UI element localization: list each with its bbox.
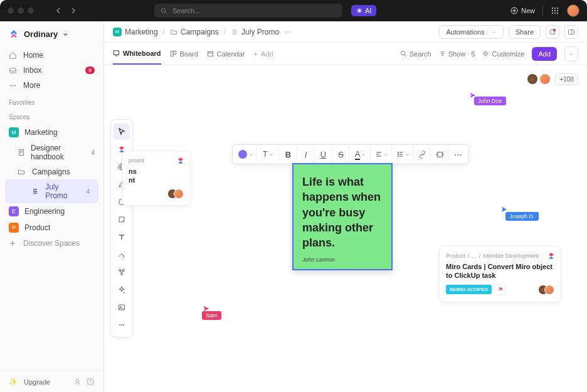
link-button[interactable] xyxy=(415,147,431,162)
search-views[interactable]: Search xyxy=(400,50,431,58)
priority-flag-icon[interactable]: ⚑ xyxy=(495,284,506,295)
assignees[interactable] xyxy=(171,189,184,199)
convert-button[interactable] xyxy=(432,147,448,162)
list-designer-handbook[interactable]: Designer handbook 4 xyxy=(0,140,103,164)
svg-rect-43 xyxy=(438,152,442,156)
folder-campaigns[interactable]: Campaigns xyxy=(0,164,103,179)
spaces-header[interactable]: Spaces xyxy=(0,109,103,123)
maximize-window[interactable] xyxy=(28,8,34,14)
new-button[interactable]: New xyxy=(510,7,535,14)
crumb-marketing[interactable]: M Marketing xyxy=(113,28,158,36)
card-title: nsnt xyxy=(129,167,184,185)
align-button[interactable] xyxy=(372,147,392,162)
svg-point-41 xyxy=(398,154,399,155)
tab-calendar[interactable]: Calendar xyxy=(207,44,245,64)
invite-icon[interactable] xyxy=(73,378,82,386)
add-dropdown[interactable] xyxy=(564,46,578,61)
avatar xyxy=(174,189,184,199)
italic-button[interactable]: I xyxy=(298,147,314,162)
share-button[interactable]: Share xyxy=(509,25,541,39)
collaborator-bar: +108 xyxy=(530,73,578,85)
notification-icon[interactable] xyxy=(546,25,559,39)
font-size[interactable]: T xyxy=(258,147,279,162)
window-controls xyxy=(8,8,34,14)
task-card[interactable]: Product/.../Member Development Miro Card… xyxy=(439,246,561,302)
svg-point-2 xyxy=(358,9,361,12)
space-engineering[interactable]: E Engineering xyxy=(0,203,103,220)
cursor-label-sam: Sam xyxy=(202,311,221,320)
diagram-tool[interactable] xyxy=(114,264,130,280)
crumb-more-icon[interactable]: ⋯ xyxy=(284,28,292,36)
crumb-july-promo[interactable]: July Promo xyxy=(231,28,279,36)
automations-button[interactable]: Automations xyxy=(439,25,503,39)
show-button[interactable]: Show · 5 xyxy=(439,50,475,58)
image-tool[interactable] xyxy=(114,299,130,315)
minimize-window[interactable] xyxy=(18,8,24,14)
select-tool[interactable] xyxy=(114,124,130,140)
more-tools[interactable] xyxy=(114,317,130,333)
tab-board[interactable]: Board xyxy=(170,44,198,64)
list-count: 4 xyxy=(91,149,95,156)
new-label: New xyxy=(521,7,535,14)
chevron-down-icon xyxy=(384,152,388,157)
customize-button[interactable]: Customize xyxy=(482,50,524,58)
list-button[interactable] xyxy=(393,147,413,162)
user-avatar[interactable] xyxy=(567,4,579,17)
svg-point-14 xyxy=(10,85,11,86)
help-icon[interactable]: ? xyxy=(87,378,95,386)
list-july-promo[interactable]: July Promo 4 xyxy=(5,179,98,203)
space-marketing[interactable]: M Marketing xyxy=(0,124,103,140)
forward-button[interactable] xyxy=(66,4,80,18)
crumb-campaigns[interactable]: Campaigns xyxy=(170,28,219,36)
ai-sparkle-icon xyxy=(356,8,362,14)
svg-rect-23 xyxy=(569,29,574,34)
collaborator-avatar[interactable] xyxy=(539,73,551,85)
collaborator-more[interactable]: +108 xyxy=(555,73,578,85)
favorites-header[interactable]: Favorites xyxy=(0,94,103,109)
text-tool[interactable] xyxy=(114,229,130,245)
list-icon xyxy=(396,151,404,158)
add-button[interactable]: Add xyxy=(532,47,557,61)
space-label: Engineering xyxy=(24,207,65,216)
workspace-switcher[interactable]: Ordinary xyxy=(0,21,103,46)
connector-tool[interactable] xyxy=(114,246,130,263)
plus-circle-icon xyxy=(510,7,518,14)
sidebar-home[interactable]: Home xyxy=(0,48,103,63)
more-format[interactable]: ⋯ xyxy=(450,147,466,162)
tab-whiteboard[interactable]: Whiteboard xyxy=(113,43,161,65)
ai-button[interactable]: AI xyxy=(351,5,376,16)
discover-spaces[interactable]: Discover Spaces xyxy=(0,236,103,251)
text-color[interactable]: A xyxy=(351,147,371,162)
svg-point-37 xyxy=(119,324,120,326)
space-label: Product xyxy=(24,223,50,232)
back-button[interactable] xyxy=(51,4,65,18)
sidebar-toggle-icon[interactable] xyxy=(564,25,578,39)
breadcrumb-bar: M Marketing / Campaigns / July Promo ⋯ A… xyxy=(104,21,587,43)
task-card[interactable]: pment nsnt xyxy=(122,151,191,206)
add-view-button[interactable]: + Add xyxy=(254,44,273,64)
upgrade-button[interactable]: Upgrade xyxy=(24,378,50,386)
bold-button[interactable]: B xyxy=(280,147,297,162)
convert-icon xyxy=(436,151,444,159)
chevron-down-icon xyxy=(249,152,253,157)
color-picker[interactable] xyxy=(235,147,256,162)
sidebar-inbox[interactable]: Inbox 9 xyxy=(0,63,103,78)
underline-button[interactable]: U xyxy=(315,147,332,162)
space-product[interactable]: P Product xyxy=(0,220,103,236)
ai-tool[interactable] xyxy=(114,282,130,298)
sticky-tool[interactable] xyxy=(114,211,130,228)
strike-button[interactable]: S xyxy=(333,147,349,162)
crumb-label: July Promo xyxy=(241,28,279,36)
assignees[interactable] xyxy=(542,285,554,295)
sidebar-more[interactable]: More xyxy=(0,78,103,93)
close-window[interactable] xyxy=(8,8,14,14)
sticky-note[interactable]: Life is what happens when you're busy ma… xyxy=(292,163,393,270)
collaborator-avatar[interactable] xyxy=(526,73,539,85)
apps-grid-icon[interactable] xyxy=(551,6,559,15)
views-bar: Whiteboard Board Calendar + Add Search S… xyxy=(104,43,587,65)
inbox-label: Inbox xyxy=(23,66,41,75)
svg-rect-27 xyxy=(208,51,213,56)
space-badge-icon: M xyxy=(113,28,122,36)
search-input[interactable]: Search... xyxy=(154,4,342,18)
whiteboard-canvas[interactable]: +108 T B I U xyxy=(104,65,587,392)
